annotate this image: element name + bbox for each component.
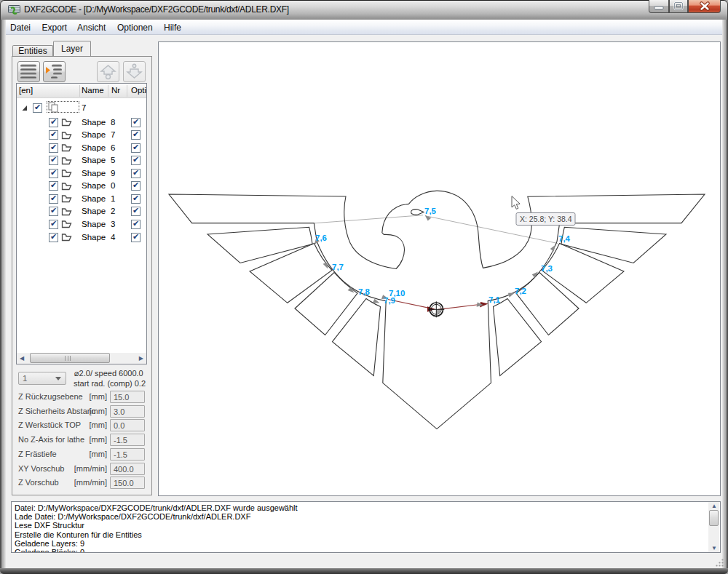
svg-text:7,8: 7,8 [358,287,371,296]
svg-text:7,1: 7,1 [488,295,501,304]
svg-text:7,5: 7,5 [424,207,437,215]
svg-text:7,9: 7,9 [384,296,395,305]
svg-text:7,4: 7,4 [558,234,571,243]
svg-text:7,7: 7,7 [332,263,344,271]
svg-text:7,6: 7,6 [315,234,327,242]
svg-text:7,3: 7,3 [541,264,553,273]
svg-text:7,2: 7,2 [515,287,526,295]
svg-text:X: 25.8; Y: 38.4: X: 25.8; Y: 38.4 [520,215,572,223]
